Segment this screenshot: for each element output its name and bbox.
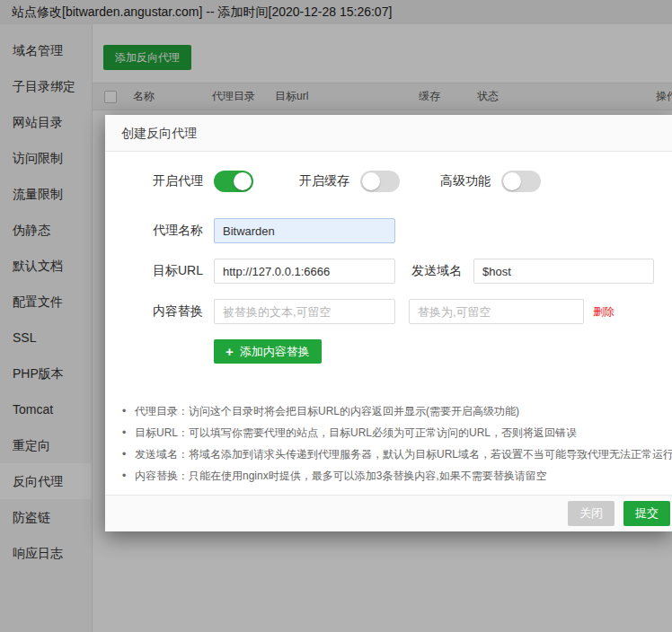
add-replace-row: + 添加内容替换 <box>105 339 672 364</box>
add-content-replace-button[interactable]: + 添加内容替换 <box>214 339 322 364</box>
modal-footer: 关闭 提交 <box>105 495 672 531</box>
note-target-url: 目标URL：可以填写你需要代理的站点，目标URL必须为可正常访问的URL，否则将… <box>135 422 672 443</box>
replace-to-input[interactable] <box>409 299 584 324</box>
toggle-row: 开启代理 开启缓存 高级功能 <box>105 171 672 192</box>
advanced-feature-toggle[interactable] <box>501 171 541 192</box>
advanced-feature-label: 高级功能 <box>440 173 491 189</box>
note-content-replace: 内容替换：只能在使用nginx时提供，最多可以添加3条替换内容,如果不需要替换请… <box>135 465 672 487</box>
modal-title: 创建反向代理 <box>105 115 672 152</box>
enable-cache-label: 开启缓存 <box>299 173 349 189</box>
add-content-replace-label: 添加内容替换 <box>240 344 310 360</box>
delete-replace-link[interactable]: 删除 <box>593 304 615 320</box>
content-replace-row: 内容替换 删除 <box>105 299 672 324</box>
plus-icon: + <box>225 345 234 358</box>
target-url-row: 目标URL 发送域名 <box>105 259 672 284</box>
close-button[interactable]: 关闭 <box>568 501 615 526</box>
enable-proxy-label: 开启代理 <box>153 173 203 189</box>
content-replace-label: 内容替换 <box>153 303 214 320</box>
site-settings-window: 站点修改[bitwarden.angustar.com] -- 添加时间[202… <box>0 0 672 632</box>
send-domain-input[interactable] <box>473 259 654 284</box>
submit-button[interactable]: 提交 <box>623 501 670 526</box>
enable-proxy-toggle[interactable] <box>214 171 253 192</box>
target-url-input[interactable] <box>214 259 395 284</box>
send-domain-label: 发送域名 <box>411 263 473 279</box>
toggle-knob <box>234 172 252 190</box>
replace-from-input[interactable] <box>214 299 395 324</box>
create-reverse-proxy-modal: 创建反向代理 开启代理 开启缓存 高级功能 代理名称 目标URL 发送域名 内容… <box>105 115 672 531</box>
toggle-knob <box>362 172 380 190</box>
proxy-name-input[interactable] <box>214 218 395 243</box>
note-send-domain: 发送域名：将域名添加到请求头传递到代理服务器，默认为目标URL域名，若设置不当可… <box>135 443 672 465</box>
toggle-knob <box>503 172 521 190</box>
enable-cache-toggle[interactable] <box>360 171 400 192</box>
note-proxy-dir: 代理目录：访问这个目录时将会把目标URL的内容返回并显示(需要开启高级功能) <box>135 400 672 422</box>
help-notes: 代理目录：访问这个目录时将会把目标URL的内容返回并显示(需要开启高级功能) 目… <box>105 400 672 487</box>
proxy-name-label: 代理名称 <box>153 223 214 239</box>
target-url-label: 目标URL <box>153 263 214 279</box>
proxy-name-row: 代理名称 <box>105 218 672 243</box>
